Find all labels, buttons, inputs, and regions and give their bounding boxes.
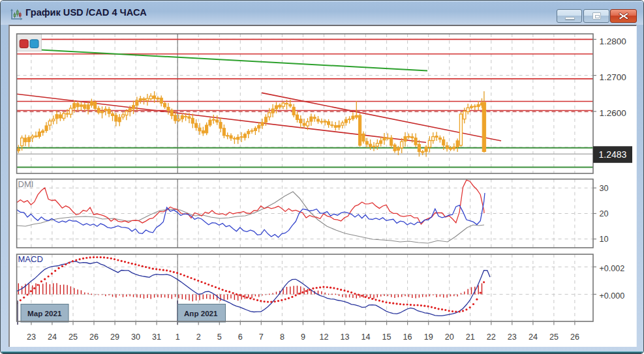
svg-text:23: 23 xyxy=(27,332,36,342)
svg-text:19: 19 xyxy=(424,332,433,342)
svg-text:26: 26 xyxy=(570,332,579,342)
svg-text:29: 29 xyxy=(110,332,119,342)
svg-text:25: 25 xyxy=(549,332,559,342)
svg-text:MACD: MACD xyxy=(18,254,43,264)
svg-text:21: 21 xyxy=(466,332,475,342)
svg-text:1.2600: 1.2600 xyxy=(600,108,626,118)
svg-text:+0.000: +0.000 xyxy=(600,291,625,301)
svg-text:12: 12 xyxy=(319,332,328,342)
svg-text:14: 14 xyxy=(361,332,370,342)
svg-text:22: 22 xyxy=(487,332,496,342)
svg-text:8: 8 xyxy=(280,332,284,342)
svg-text:23: 23 xyxy=(508,332,517,342)
svg-text:DMI: DMI xyxy=(18,179,34,189)
svg-text:30: 30 xyxy=(131,332,140,342)
svg-text:Апр 2021: Апр 2021 xyxy=(184,309,218,317)
svg-text:20: 20 xyxy=(445,332,454,342)
svg-text:16: 16 xyxy=(403,332,412,342)
svg-text:1: 1 xyxy=(176,332,180,342)
svg-text:7: 7 xyxy=(259,332,264,342)
svg-text:30: 30 xyxy=(600,184,609,193)
svg-text:24: 24 xyxy=(48,332,57,342)
svg-text:15: 15 xyxy=(382,332,391,342)
svg-text:6: 6 xyxy=(238,332,243,342)
svg-text:5: 5 xyxy=(217,332,222,342)
svg-text:13: 13 xyxy=(340,332,349,342)
svg-text:25: 25 xyxy=(69,332,78,342)
svg-text:Мар 2021: Мар 2021 xyxy=(27,309,62,317)
svg-text:1.2700: 1.2700 xyxy=(600,72,626,82)
svg-text:1.2483: 1.2483 xyxy=(599,149,627,160)
svg-text:2: 2 xyxy=(196,332,201,342)
svg-text:31: 31 xyxy=(152,332,161,342)
svg-text:24: 24 xyxy=(529,332,538,342)
svg-text:1.2800: 1.2800 xyxy=(600,37,626,46)
svg-text:20: 20 xyxy=(600,209,609,218)
svg-text:9: 9 xyxy=(301,332,305,342)
svg-text:10: 10 xyxy=(600,235,609,244)
svg-text:26: 26 xyxy=(89,332,99,342)
svg-text:+0.002: +0.002 xyxy=(600,264,625,273)
